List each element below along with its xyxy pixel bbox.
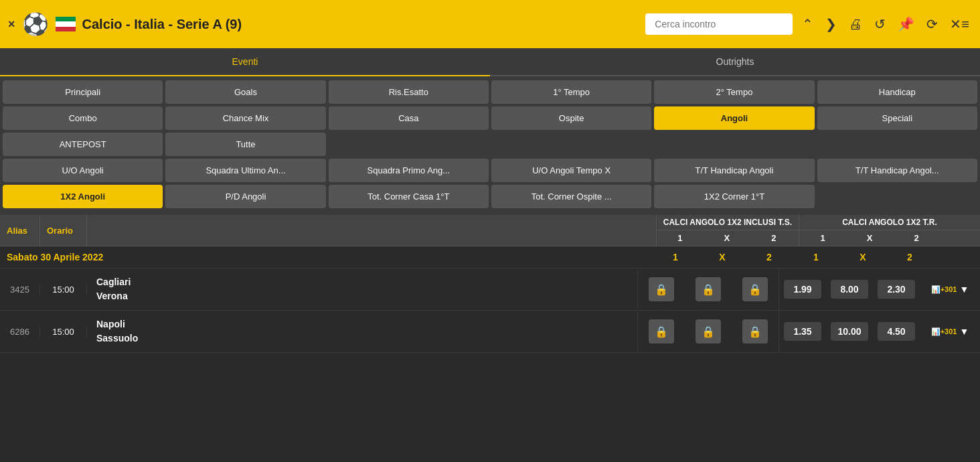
group2-col2: 2 [893, 230, 940, 246]
filter-ris-esatto[interactable]: Ris.Esatto [329, 80, 489, 104]
dropdown-button[interactable]: ▼ [959, 284, 969, 295]
filter-ospite[interactable]: Ospite [491, 106, 651, 130]
header: × ⚽ Calcio - Italia - Serie A (9) ⌃ ❯ 🖨 … [0, 0, 980, 48]
filter-pd-angoli[interactable]: P/D Angoli [165, 185, 325, 208]
filter-squadra-primo[interactable]: Squadra Primo Ang... [329, 159, 489, 182]
lock-icon: 🔒 [742, 277, 768, 301]
group2-odd1-cell[interactable]: 1.99 [779, 268, 826, 310]
col-time: Orario [40, 215, 87, 246]
group1-cols: 1 X 2 [657, 230, 799, 246]
group1-title: CALCI ANGOLO 1X2 INCLUSI T.S. [657, 215, 799, 230]
print-icon[interactable]: 🖨 [846, 14, 865, 35]
filter-goals[interactable]: Goals [165, 80, 325, 104]
group1-oddx-cell[interactable]: 🔒 [685, 268, 732, 310]
tab-outrights[interactable]: Outrights [490, 48, 980, 75]
menu-close-icon[interactable]: ✕≡ [947, 13, 972, 35]
chevron-up-icon[interactable]: ⌃ [799, 13, 816, 35]
filter-casa[interactable]: Casa [329, 106, 489, 130]
col-alias: Alias [0, 215, 40, 246]
date-col-2b: 2 [886, 252, 933, 262]
filter-empty-4 [817, 133, 977, 156]
date-col-extra [933, 252, 973, 262]
group2-extra [940, 230, 980, 246]
match-teams: Napoli Sassuolo [87, 312, 638, 351]
filter-chance-mix[interactable]: Chance Mix [165, 106, 325, 130]
filter-empty-3 [654, 133, 814, 156]
country-flag [56, 17, 76, 31]
col-group1: CALCI ANGOLO 1X2 INCLUSI T.S. 1 X 2 [657, 215, 799, 246]
group1-odds: 🔒 🔒 🔒 [638, 311, 779, 352]
filter-tempo1[interactable]: 1° Tempo [491, 80, 651, 104]
match-id: 3425 [0, 285, 40, 295]
filters: Principali Goals Ris.Esatto 1° Tempo 2° … [0, 76, 980, 215]
extra-chart-button[interactable]: 📊+301 [931, 327, 957, 336]
group1-odd2-cell[interactable]: 🔒 [732, 268, 779, 310]
group2-oddx-value[interactable]: 10.00 [831, 322, 868, 341]
chevron-right-icon[interactable]: ❯ [823, 13, 839, 35]
refresh-icon[interactable]: ↺ [872, 13, 888, 35]
team2-name: Sassuolo [96, 331, 628, 345]
filter-row-3: ANTEPOST Tutte [3, 133, 977, 156]
team1-name: Cagliari [96, 275, 628, 289]
filter-row-2: Combo Chance Mix Casa Ospite Angoli Spec… [3, 106, 977, 130]
extra-cell: 📊+301 ▼ [920, 284, 980, 295]
filter-tot-corner-ospite[interactable]: Tot. Corner Ospite ... [491, 185, 651, 208]
date-row: Sabato 30 Aprile 2022 1 X 2 1 X 2 [0, 246, 980, 268]
filter-empty-2 [491, 133, 651, 156]
header-actions: ⌃ ❯ 🖨 ↺ 📌 ⟳ ✕≡ [799, 13, 972, 35]
filter-principali[interactable]: Principali [3, 80, 163, 104]
tab-eventi[interactable]: Eventi [0, 48, 490, 75]
filter-tt-handicap[interactable]: T/T Handicap Angoli [654, 159, 814, 182]
group1-oddx-cell[interactable]: 🔒 [685, 311, 732, 352]
sync-icon[interactable]: ⟳ [924, 13, 941, 35]
group2-odd2-cell[interactable]: 2.30 [873, 268, 920, 310]
filter-uo-angoli[interactable]: U/O Angoli [3, 159, 163, 182]
group2-odds: 1.99 8.00 2.30 📊+301 ▼ [779, 268, 980, 310]
group2-odd2-value[interactable]: 4.50 [878, 322, 915, 341]
group1-odd2-cell[interactable]: 🔒 [732, 311, 779, 352]
match-time: 15:00 [40, 327, 87, 337]
group2-odd2-value[interactable]: 2.30 [878, 280, 915, 299]
date-col-2: 2 [746, 252, 793, 262]
filter-tutte[interactable]: Tutte [165, 133, 325, 156]
filter-empty-5 [817, 185, 977, 208]
table-header: Alias Orario CALCI ANGOLO 1X2 INCLUSI T.… [0, 215, 980, 246]
lock-icon: 🔒 [696, 319, 721, 343]
extra-chart-button[interactable]: 📊+301 [931, 285, 957, 294]
filter-angoli[interactable]: Angoli [654, 106, 814, 130]
group1-colx: X [704, 230, 750, 246]
group2-oddx-cell[interactable]: 10.00 [826, 311, 873, 352]
filter-tt-handicap2[interactable]: T/T Handicap Angol... [817, 159, 977, 182]
group2-odds: 1.35 10.00 4.50 📊+301 ▼ [779, 311, 980, 352]
col-spacer [87, 215, 657, 246]
filter-1x2-angoli[interactable]: 1X2 Angoli [3, 185, 163, 208]
main-tabs: Eventi Outrights [0, 48, 980, 76]
extra-cell: 📊+301 ▼ [920, 326, 980, 337]
group1-odd1-cell[interactable]: 🔒 [638, 268, 685, 310]
filter-antepost[interactable]: ANTEPOST [3, 133, 163, 156]
group2-odd1-cell[interactable]: 1.35 [779, 311, 826, 352]
group2-odd2-cell[interactable]: 4.50 [873, 311, 920, 352]
filter-handicap[interactable]: Handicap [817, 80, 977, 104]
table-row: 3425 15:00 Cagliari Verona 🔒 🔒 🔒 1.99 8.… [0, 268, 980, 311]
close-button[interactable]: × [8, 17, 15, 31]
filter-combo[interactable]: Combo [3, 106, 163, 130]
match-id: 6286 [0, 327, 40, 337]
filter-tempo2[interactable]: 2° Tempo [654, 80, 814, 104]
date-cols: 1 X 2 1 X 2 [652, 252, 973, 262]
group2-odd1-value[interactable]: 1.35 [784, 322, 821, 341]
group2-odd1-value[interactable]: 1.99 [784, 280, 821, 299]
search-input[interactable] [645, 13, 793, 35]
pin-icon[interactable]: 📌 [895, 13, 917, 35]
sport-icon: ⚽ [22, 11, 49, 37]
dropdown-button[interactable]: ▼ [959, 326, 969, 337]
group2-oddx-cell[interactable]: 8.00 [826, 268, 873, 310]
filter-1x2-corner-1t[interactable]: 1X2 Corner 1°T [654, 185, 814, 208]
group1-odd1-cell[interactable]: 🔒 [638, 311, 685, 352]
date-col-1: 1 [652, 252, 699, 262]
filter-uo-angoli-tempo[interactable]: U/O Angoli Tempo X [491, 159, 651, 182]
filter-speciali[interactable]: Speciali [817, 106, 977, 130]
filter-squadra-ultimo[interactable]: Squadra Ultimo An... [165, 159, 325, 182]
group2-oddx-value[interactable]: 8.00 [831, 280, 868, 299]
filter-tot-corner-casa[interactable]: Tot. Corner Casa 1°T [329, 185, 489, 208]
